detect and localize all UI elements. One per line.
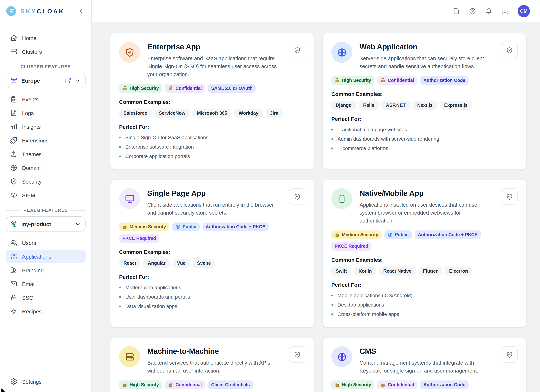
badge-authorization-code: Authorization Code	[420, 76, 469, 85]
badge-high-security: High Security	[331, 380, 374, 389]
theme-toggle-button[interactable]	[501, 7, 509, 15]
card-description: Client-side applications that run entire…	[147, 201, 279, 217]
perfect-for-item: Desktop applications	[331, 300, 518, 309]
sidebar-footer: Settings	[0, 371, 91, 392]
example-chip: Svelte	[193, 259, 215, 268]
avatar[interactable]: GM	[518, 5, 530, 17]
shield-check-icon	[506, 193, 513, 200]
sidebar-item-applications[interactable]: Applications	[6, 250, 85, 263]
example-chip: Workday	[235, 108, 263, 118]
sidebar-item-insights[interactable]: Insights	[6, 120, 85, 133]
badge-pkce-required: PKCE Required	[119, 234, 159, 243]
common-examples-label: Common Examples:	[119, 99, 305, 105]
badge-client-credentials: Client Credentials	[208, 380, 253, 389]
main-content: Enterprise AppEnterprise software and Sa…	[92, 22, 540, 392]
card-description: Backend services that authenticate direc…	[147, 359, 279, 375]
docs-button[interactable]	[453, 7, 460, 15]
shield-action-button[interactable]	[501, 188, 518, 205]
clusters-icon	[10, 48, 17, 55]
examples-row: SalesforceServiceNowMicrosoft 365Workday…	[119, 108, 305, 118]
card-description: Content management systems that integrat…	[360, 359, 492, 375]
security-icon	[10, 178, 17, 185]
sidebar-item-label: Settings	[22, 378, 41, 385]
logs-icon	[10, 109, 17, 117]
card-title: Web Application	[360, 43, 494, 51]
realm-selector[interactable]: my-product	[6, 216, 85, 231]
realm-features-section-label: REALM FEATURES	[6, 208, 85, 213]
card-title: CMS	[360, 347, 494, 356]
card-header: Enterprise AppEnterprise software and Sa…	[119, 42, 305, 78]
sidebar-item-label: Extensions	[22, 137, 49, 143]
sidebar-item-label: Applications	[22, 253, 51, 260]
shield-check-icon	[294, 47, 300, 54]
example-chip: Microsoft 365	[193, 108, 232, 118]
perfect-for-item: Modern web applications	[119, 283, 305, 292]
sidebar-item-settings[interactable]: Settings	[6, 375, 85, 388]
lock-icon	[122, 86, 127, 91]
globe-icon	[331, 42, 352, 63]
bell-icon	[485, 7, 492, 15]
shield-check-icon	[506, 351, 513, 358]
examples-row: ReactAngularVueSvelte	[119, 259, 305, 268]
badge-confidential: Confidential	[377, 76, 417, 85]
sidebar-item-users[interactable]: Users	[6, 236, 85, 250]
shield-action-button[interactable]	[501, 42, 518, 59]
sidebar-item-label: Logs	[22, 110, 34, 116]
siem-icon	[10, 191, 17, 199]
perfect-for-list: Traditional multi-page websitesAdmin das…	[331, 125, 518, 153]
sidebar-header: SKYCLOAK	[0, 0, 91, 22]
sidebar-item-extensions[interactable]: Extensions	[6, 133, 85, 147]
app-type-card-cms[interactable]: CMSContent management systems that integ…	[323, 338, 526, 392]
app-type-card-native-mobile-app[interactable]: Native/Mobile AppApplications installed …	[323, 180, 526, 328]
sidebar-item-domain[interactable]: Domain	[6, 161, 85, 175]
sidebar-item-siem[interactable]: SIEM	[6, 188, 85, 202]
app-type-card-enterprise-app[interactable]: Enterprise AppEnterprise software and Sa…	[110, 33, 314, 170]
sidebar-collapse-button[interactable]	[78, 7, 85, 15]
shield-action-button[interactable]	[289, 346, 305, 363]
example-chip: Vue	[173, 259, 190, 268]
sidebar-item-themes[interactable]: Themes	[6, 147, 85, 161]
perfect-for-label: Perfect For:	[119, 124, 305, 130]
app-type-card-single-page-app[interactable]: Single Page AppClient-side applications …	[110, 180, 314, 328]
card-title: Single Page App	[147, 189, 282, 198]
unlock-icon	[122, 224, 127, 229]
perfect-for-label: Perfect For:	[331, 282, 518, 288]
badge-high-security: High Security	[331, 76, 374, 85]
sidebar-item-sso[interactable]: SSO	[6, 291, 85, 304]
perfect-for-list: Mobile applications (iOS/Android)Desktop…	[331, 291, 518, 319]
sidebar-item-home[interactable]: Home	[6, 31, 85, 45]
app-type-card-machine-to-machine[interactable]: Machine-to-MachineBackend services that …	[110, 338, 314, 392]
globe-badge-icon	[175, 224, 180, 229]
notifications-button[interactable]	[485, 7, 492, 15]
example-chip: Salesforce	[119, 108, 152, 118]
lock-icon	[168, 86, 173, 91]
badge-authorization-code-pkce: Authorization Code + PKCE	[202, 222, 269, 231]
card-title: Machine-to-Machine	[147, 347, 282, 356]
extensions-icon	[10, 137, 17, 144]
help-button[interactable]	[469, 7, 476, 15]
shield-action-button[interactable]	[289, 42, 305, 59]
gear-icon	[10, 378, 17, 385]
sidebar-item-security[interactable]: Security	[6, 175, 85, 188]
external-link-icon[interactable]	[65, 77, 71, 83]
shield-check-icon	[294, 351, 300, 358]
examples-row: SwiftKotlinReact NativeFlutterElectron	[331, 266, 518, 275]
shield-action-button[interactable]	[501, 346, 518, 363]
cluster-selector[interactable]: Europe	[6, 73, 85, 88]
sidebar-item-branding[interactable]: Branding	[6, 263, 85, 277]
example-chip: Rails	[359, 101, 379, 110]
sidebar-item-clusters[interactable]: Clusters	[6, 45, 85, 59]
email-icon	[10, 280, 17, 287]
shield-action-button[interactable]	[289, 188, 305, 205]
app-type-card-web-application[interactable]: Web ApplicationServer-side applications …	[323, 33, 526, 170]
badge-confidential: Confidential	[377, 380, 417, 389]
perfect-for-item: Mobile applications (iOS/Android)	[331, 291, 518, 300]
sidebar-item-logs[interactable]: Logs	[6, 106, 85, 120]
sidebar-item-label: Domain	[22, 165, 41, 171]
globe-icon	[331, 346, 352, 367]
sidebar-item-email[interactable]: Email	[6, 277, 85, 291]
sidebar-item-events[interactable]: Events	[6, 92, 85, 106]
sso-icon	[10, 294, 17, 301]
example-chip: Express.js	[440, 101, 472, 110]
sidebar-item-recipes[interactable]: Recipes	[6, 304, 85, 318]
